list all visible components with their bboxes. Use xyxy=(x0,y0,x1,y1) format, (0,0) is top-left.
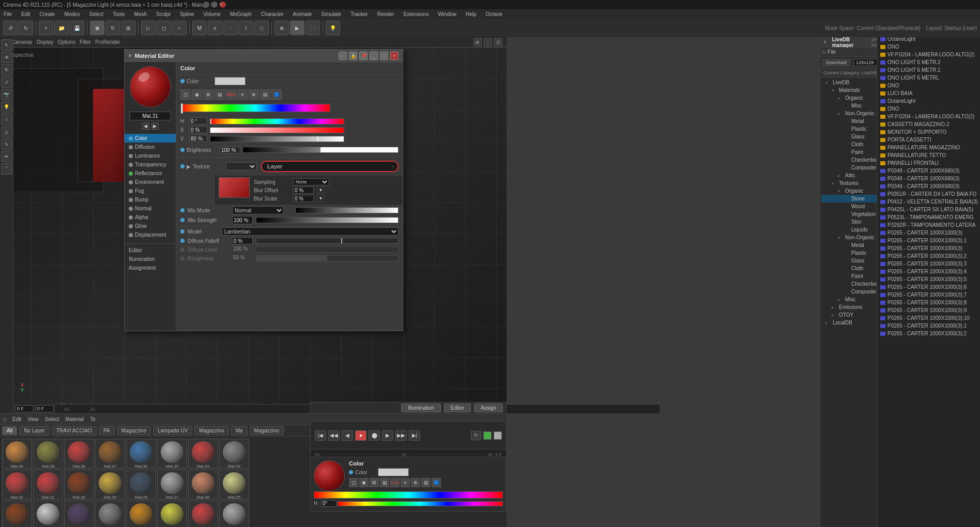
filter-magazzino2-btn[interactable]: Magazzino xyxy=(194,426,228,435)
menu-simulate[interactable]: Simulate xyxy=(319,11,343,17)
hsv-mode-btn[interactable]: HSV xyxy=(226,89,236,100)
light-btn[interactable]: 💡 xyxy=(326,21,340,35)
rainbow-picker[interactable] xyxy=(180,104,330,112)
far-right-tree-item[interactable]: LUCI BAIA xyxy=(878,89,979,97)
viewport-icon-1[interactable]: ⊞ xyxy=(473,38,482,47)
bme-h-value[interactable] xyxy=(321,500,336,507)
display-btn[interactable]: Display xyxy=(37,39,54,45)
options-btn[interactable]: Options xyxy=(57,39,75,45)
poly-btn[interactable]: □ xyxy=(254,21,269,35)
dialog-minimize-btn[interactable]: _ xyxy=(370,52,378,60)
viewport-icon-3[interactable]: ⊡ xyxy=(494,38,502,47)
color-picker2-btn[interactable]: ▤ xyxy=(260,89,270,100)
assign-btn[interactable]: Assign xyxy=(474,404,503,412)
far-right-tree-item[interactable]: P0349 - CARTER 1000X680(3) xyxy=(878,175,979,182)
spline-tool[interactable]: ∿ xyxy=(1,138,12,150)
anim-prev-btn[interactable]: ◀◀ xyxy=(328,430,340,441)
nav-fog[interactable]: Fog xyxy=(125,187,176,195)
layer-panel[interactable]: Layer − xyxy=(261,161,399,172)
dialog-titlebar[interactable]: ≡ Material Editor ← 🔒 📌 _ □ × xyxy=(125,50,403,62)
far-right-tree-item[interactable]: P0265 - CARTER 1000X1000(3);7 xyxy=(878,291,979,299)
blur-offset-arrow[interactable]: ▾ xyxy=(317,187,324,194)
menu-edit[interactable]: Edit xyxy=(20,11,32,17)
menu-create[interactable]: Create xyxy=(38,11,56,17)
viewport-icon-2[interactable]: ↕ xyxy=(484,38,492,47)
bme-rainbow[interactable] xyxy=(314,491,503,499)
far-right-tree-item[interactable]: P0265 - CARTER 1000X1000(3).1 xyxy=(878,322,979,330)
editor-action-btn[interactable]: Editor xyxy=(444,404,471,412)
blur-offset-input[interactable] xyxy=(293,187,314,194)
anim-play-forward-btn[interactable]: ▶ xyxy=(382,430,393,441)
far-right-tree-item[interactable]: ONO xyxy=(878,43,979,51)
nav-transparency[interactable]: Transparency xyxy=(125,160,176,169)
light-tool[interactable]: 💡 xyxy=(1,101,12,113)
color-wheel-btn[interactable]: ⊕ xyxy=(249,89,259,100)
filter-all-btn[interactable]: All xyxy=(2,426,17,435)
prorender-btn[interactable]: ProRender xyxy=(95,39,120,45)
mat-item-Mat.25[interactable]: Mat.25 xyxy=(219,470,249,500)
nav-glow[interactable]: Glow xyxy=(125,222,176,230)
mat-item-Mat.17[interactable]: Mat.17 xyxy=(219,501,249,527)
move-btn[interactable]: ⊕ xyxy=(90,21,104,35)
far-right-tree-item[interactable]: P0265 - CARTER 1000X1000(3);6 xyxy=(878,283,979,291)
livedb-close-icon[interactable]: × xyxy=(823,39,829,45)
select-btn[interactable]: ▷ xyxy=(141,21,156,35)
far-right-tree-item[interactable]: P0265 - CARTER 1000X1000(3) xyxy=(878,229,979,237)
mat-item-Mat.29[interactable]: Mat.29 xyxy=(95,470,125,500)
bottom-menu-texture[interactable]: Te xyxy=(90,416,96,422)
nav-diffusion[interactable]: Diffusion xyxy=(125,143,176,151)
blur-scale-arrow[interactable]: ▾ xyxy=(317,195,324,202)
nav-reflectance[interactable]: Reflectance xyxy=(125,169,176,178)
h-value-input[interactable] xyxy=(189,117,207,125)
mat-item-Mat.26[interactable]: Mat.26 xyxy=(188,470,218,500)
far-right-tree-item[interactable]: PANNELLATURE MAGAZZINO xyxy=(878,144,979,151)
point-btn[interactable]: · xyxy=(223,21,238,35)
color-hex-btn[interactable]: ≡ xyxy=(237,89,248,100)
far-right-tree-item[interactable]: OctaneLight xyxy=(878,97,979,105)
dialog-back-btn[interactable]: ← xyxy=(339,52,347,60)
color-eyedrop-btn[interactable]: 🔵 xyxy=(271,89,282,100)
v-slider[interactable] xyxy=(210,136,344,142)
s-slider[interactable] xyxy=(210,127,344,133)
mat-nav-next[interactable]: ▶ xyxy=(151,122,159,130)
mat-item-Mat.18[interactable]: Mat.18 xyxy=(188,501,218,527)
menu-modes[interactable]: Modes xyxy=(63,11,81,17)
far-right-tree-item[interactable]: VF.P.0204 - LAMIERA LOGO ALTO(2) xyxy=(878,51,979,58)
bme-tool-3[interactable]: ⊞ xyxy=(370,478,379,487)
far-right-tree-item[interactable]: VF.P.0204 - LAMIERA LOGO ALTO(2) xyxy=(878,113,979,120)
new-btn[interactable]: + xyxy=(39,21,53,35)
layer-close-icon[interactable]: − xyxy=(391,164,394,169)
far-right-tree-item[interactable]: P0523L - TAMPONAMENTO EMERG xyxy=(878,213,979,221)
menu-mograph[interactable]: MoGraph xyxy=(228,11,253,17)
nav-bump[interactable]: Bump xyxy=(125,195,176,204)
close-btn[interactable]: × xyxy=(220,2,226,8)
far-right-tree-item[interactable]: P0265 - CARTER 1000X1000(3);4 xyxy=(878,268,979,275)
mat-item-Mat.23[interactable]: Mat.23 xyxy=(33,501,63,527)
menu-octane[interactable]: Octane xyxy=(484,11,504,17)
mat-item-Mat.40[interactable]: Mat.40 xyxy=(2,439,32,469)
mat-item-Mat.36[interactable]: Mat.36 xyxy=(126,439,156,469)
nav-color[interactable]: Color xyxy=(125,134,176,143)
nav-displacement[interactable]: Displacement xyxy=(125,230,176,239)
bme-tool-7[interactable]: ⊕ xyxy=(411,478,420,487)
filter-btn[interactable]: Filter xyxy=(80,39,91,45)
menu-sculpt[interactable]: Sculpt xyxy=(155,11,172,17)
far-right-tree-item[interactable]: P0265 - CARTER 1000X1000(3);8 xyxy=(878,299,979,306)
diffuse-falloff-slider[interactable] xyxy=(256,238,399,244)
menu-file[interactable]: File xyxy=(2,11,13,17)
menu-select[interactable]: Select xyxy=(87,11,105,17)
bottom-menu-edit[interactable]: Edit xyxy=(12,416,21,422)
mat-item-Mat.22[interactable]: Mat.22 xyxy=(64,501,94,527)
nav-editor[interactable]: Editor xyxy=(125,246,176,255)
color-swatch[interactable] xyxy=(215,77,246,85)
save-btn[interactable]: 💾 xyxy=(70,21,84,35)
mat-item-Mat.34[interactable]: Mat.34 xyxy=(188,439,218,469)
model-select[interactable]: Lambertian xyxy=(222,227,399,236)
sampling-dropdown[interactable]: None xyxy=(293,178,329,185)
mat-item-Mat.35[interactable]: Mat.35 xyxy=(157,439,187,469)
mat-item-Mat.38[interactable]: Mat.38 xyxy=(64,439,94,469)
illumination-btn[interactable]: Illumination xyxy=(401,404,441,412)
far-right-tree-item[interactable]: ONO xyxy=(878,105,979,113)
paint-tool[interactable]: ✏ xyxy=(1,151,12,162)
minimize-btn[interactable]: _ xyxy=(203,2,209,8)
